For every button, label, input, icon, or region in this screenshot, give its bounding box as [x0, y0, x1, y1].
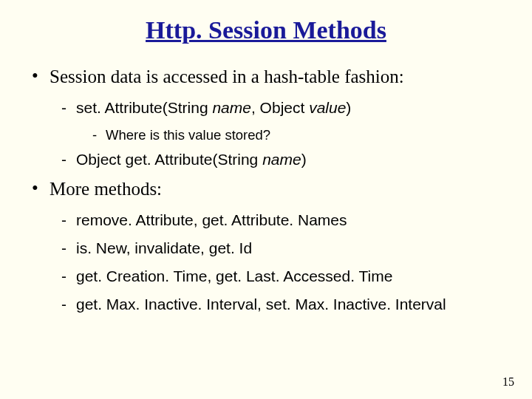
get-attribute-text-1: Object get. Attribute(String: [76, 151, 262, 168]
set-attribute-text-3: ): [346, 99, 351, 116]
get-attribute-text-2: ): [301, 151, 307, 168]
get-attribute-param-name: name: [262, 151, 301, 168]
bullet-set-attribute: set. Attribute(String name, Object value…: [61, 99, 506, 117]
set-attribute-param-name: name: [212, 99, 251, 116]
bullet-is-new: is. New, invalidate, get. Id: [61, 239, 506, 257]
bullet-max-inactive: get. Max. Inactive. Interval, set. Max. …: [61, 296, 506, 313]
bullet-creation-time: get. Creation. Time, get. Last. Accessed…: [61, 267, 506, 285]
set-attribute-text-2: , Object: [251, 99, 309, 116]
bullet-where-stored: Where is this value stored?: [92, 127, 506, 143]
slide-container: Http. Session Methods Session data is ac…: [0, 0, 532, 399]
page-number: 15: [502, 375, 514, 389]
bullet-more-methods: More methods:: [32, 179, 506, 200]
bullet-session-access: Session data is accessed in a hash-table…: [32, 66, 506, 87]
slide-title: Http. Session Methods: [26, 16, 506, 44]
bullet-get-attribute: Object get. Attribute(String name): [61, 151, 506, 168]
set-attribute-param-value: value: [309, 99, 346, 116]
bullet-remove-attribute: remove. Attribute, get. Attribute. Names: [61, 211, 506, 229]
set-attribute-text-1: set. Attribute(String: [76, 99, 212, 116]
